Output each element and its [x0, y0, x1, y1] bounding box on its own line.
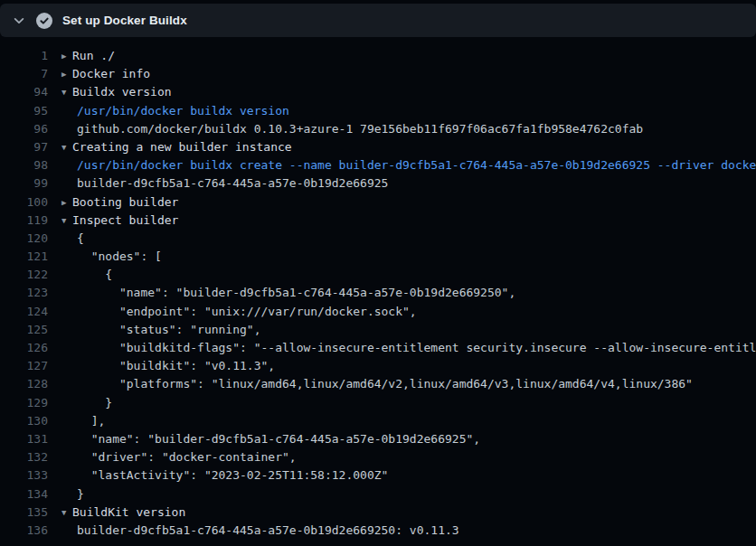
- log-line: 129 }: [0, 394, 756, 412]
- log-text[interactable]: ▶Run ./: [61, 47, 115, 65]
- log-text: "name": "builder-d9cfb5a1-c764-445a-a57e…: [61, 284, 515, 302]
- log-text[interactable]: ▶Docker info: [61, 65, 150, 83]
- triangle-right-icon[interactable]: ▶: [61, 65, 72, 83]
- line-number[interactable]: 136: [0, 522, 48, 540]
- log-text: "driver": "docker-container",: [61, 448, 297, 466]
- log-line: 96 github.com/docker/buildx 0.10.3+azure…: [0, 120, 756, 138]
- line-number[interactable]: 126: [0, 339, 48, 357]
- log-text: "lastActivity": "2023-02-25T11:58:12.000…: [61, 466, 388, 485]
- line-number[interactable]: 96: [0, 120, 48, 138]
- line-number[interactable]: 130: [0, 412, 48, 430]
- log-line: 135 ▼BuildKit version: [0, 504, 756, 522]
- log-line: 1 ▶Run ./: [0, 47, 756, 65]
- triangle-right-icon[interactable]: ▶: [61, 47, 72, 65]
- line-number[interactable]: 121: [0, 248, 48, 266]
- triangle-down-icon[interactable]: ▼: [61, 504, 72, 522]
- line-number[interactable]: 97: [0, 138, 48, 156]
- log-line: 124 "endpoint": "unix:///var/run/docker.…: [0, 303, 756, 321]
- line-number[interactable]: 1: [0, 47, 48, 65]
- log-text[interactable]: ▼Inspect builder: [61, 212, 178, 230]
- step-header[interactable]: Set up Docker Buildx: [0, 4, 756, 37]
- line-number[interactable]: 135: [0, 504, 48, 522]
- log-line: 7 ▶Docker info: [0, 65, 756, 83]
- triangle-right-icon[interactable]: ▶: [61, 193, 72, 212]
- line-number[interactable]: 119: [0, 212, 48, 230]
- line-number[interactable]: 134: [0, 485, 48, 504]
- log-text: builder-d9cfb5a1-c764-445a-a57e-0b19d2e6…: [61, 522, 459, 540]
- log-line: 130 ],: [0, 412, 756, 430]
- log-text: "platforms": "linux/amd64,linux/amd64/v2…: [61, 375, 693, 393]
- line-number[interactable]: 128: [0, 375, 48, 393]
- log-text: }: [61, 485, 84, 504]
- line-number[interactable]: 120: [0, 230, 48, 248]
- line-number[interactable]: 123: [0, 284, 48, 302]
- log-line: 128 "platforms": "linux/amd64,linux/amd6…: [0, 375, 756, 393]
- check-circle-icon: [36, 13, 52, 29]
- log-text: /usr/bin/docker buildx version: [61, 102, 289, 120]
- log-text: {: [61, 266, 112, 284]
- line-number[interactable]: 7: [0, 65, 48, 83]
- log-line: 100 ▶Booting builder: [0, 193, 756, 212]
- line-number[interactable]: 125: [0, 321, 48, 339]
- log-text: /usr/bin/docker buildx create --name bui…: [61, 156, 756, 174]
- log-line: 121 "nodes": [: [0, 248, 756, 266]
- line-number[interactable]: 98: [0, 156, 48, 174]
- log-line: 120 {: [0, 230, 756, 248]
- line-number[interactable]: 99: [0, 174, 48, 193]
- line-number[interactable]: 133: [0, 466, 48, 485]
- log-line: 94 ▼Buildx version: [0, 83, 756, 101]
- line-number[interactable]: 129: [0, 394, 48, 412]
- line-number[interactable]: 127: [0, 357, 48, 375]
- log-text: "nodes": [: [61, 248, 162, 266]
- log-line: 123 "name": "builder-d9cfb5a1-c764-445a-…: [0, 284, 756, 302]
- log-output: 1 ▶Run ./ 7 ▶Docker info 94 ▼Buildx vers…: [0, 37, 756, 540]
- log-line: 131 "name": "builder-d9cfb5a1-c764-445a-…: [0, 430, 756, 448]
- log-text[interactable]: ▶Booting builder: [61, 193, 178, 212]
- log-text: "name": "builder-d9cfb5a1-c764-445a-a57e…: [61, 430, 480, 448]
- log-line: 97 ▼Creating a new builder instance: [0, 138, 756, 156]
- line-number[interactable]: 100: [0, 193, 48, 212]
- log-text: "endpoint": "unix:///var/run/docker.sock…: [61, 303, 417, 321]
- triangle-down-icon[interactable]: ▼: [61, 212, 72, 230]
- log-line: 127 "buildkit": "v0.11.3",: [0, 357, 756, 375]
- log-text: builder-d9cfb5a1-c764-445a-a57e-0b19d2e6…: [61, 174, 388, 193]
- log-text[interactable]: ▼Creating a new builder instance: [61, 138, 292, 156]
- log-text: "buildkit": "v0.11.3",: [61, 357, 275, 375]
- log-line: 136 builder-d9cfb5a1-c764-445a-a57e-0b19…: [0, 522, 756, 540]
- log-line: 95 /usr/bin/docker buildx version: [0, 102, 756, 120]
- log-line: 134 }: [0, 485, 756, 504]
- log-text[interactable]: ▼BuildKit version: [61, 504, 185, 522]
- log-line: 133 "lastActivity": "2023-02-25T11:58:12…: [0, 466, 756, 485]
- log-text: {: [61, 230, 84, 248]
- triangle-down-icon[interactable]: ▼: [61, 138, 72, 156]
- step-title: Set up Docker Buildx: [62, 14, 187, 27]
- triangle-down-icon[interactable]: ▼: [61, 83, 72, 101]
- line-number[interactable]: 94: [0, 83, 48, 101]
- log-line: 99 builder-d9cfb5a1-c764-445a-a57e-0b19d…: [0, 174, 756, 193]
- log-text[interactable]: ▼Buildx version: [61, 83, 172, 101]
- line-number[interactable]: 122: [0, 266, 48, 284]
- line-number[interactable]: 95: [0, 102, 48, 120]
- log-line: 122 {: [0, 266, 756, 284]
- line-number[interactable]: 124: [0, 303, 48, 321]
- log-text: github.com/docker/buildx 0.10.3+azure-1 …: [61, 120, 643, 138]
- chevron-down-icon[interactable]: [13, 14, 25, 27]
- line-number[interactable]: 132: [0, 448, 48, 466]
- log-line: 98 /usr/bin/docker buildx create --name …: [0, 156, 756, 174]
- log-line: 125 "status": "running",: [0, 321, 756, 339]
- line-number[interactable]: 131: [0, 430, 48, 448]
- log-line: 126 "buildkitd-flags": "--allow-insecure…: [0, 339, 756, 357]
- log-line: 119 ▼Inspect builder: [0, 212, 756, 230]
- log-text: ],: [61, 412, 105, 430]
- actions-log-viewer: Set up Docker Buildx 1 ▶Run ./ 7 ▶Docker…: [0, 0, 756, 540]
- log-text: "buildkitd-flags": "--allow-insecure-ent…: [61, 339, 756, 357]
- log-line: 132 "driver": "docker-container",: [0, 448, 756, 466]
- log-text: "status": "running",: [61, 321, 261, 339]
- log-text: }: [61, 394, 112, 412]
